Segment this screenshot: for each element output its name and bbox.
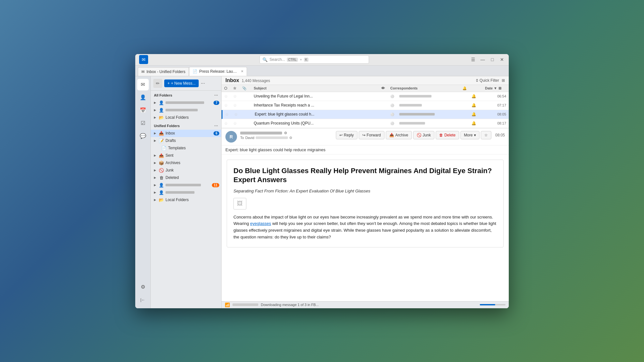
- reply-button[interactable]: ↩ Reply: [336, 131, 357, 139]
- star-1[interactable]: ☆: [224, 94, 232, 99]
- activity-tasks[interactable]: ☑: [137, 117, 149, 129]
- tab-inbox[interactable]: ✉ Inbox - Unified Folders: [138, 67, 189, 76]
- tab-bar: ✉ Inbox - Unified Folders 📄 Press Releas…: [135, 66, 509, 76]
- sidebar-item-archives[interactable]: ▶ 📦 Archives: [151, 159, 221, 167]
- activity-chat[interactable]: 💬: [137, 130, 149, 142]
- sidebar-item-synced1[interactable]: ▶ 👤 11: [151, 181, 221, 189]
- star-4[interactable]: ☆: [224, 121, 232, 126]
- expand-icon-inbox: ▶: [154, 132, 157, 135]
- col-subject-header[interactable]: Subject: [251, 86, 380, 90]
- col-icon-header: 🔔: [462, 86, 470, 90]
- subject-4: Quantum Processing Units (QPU...: [251, 121, 389, 125]
- email-reader-header: R ⚙ To David ⚙: [222, 128, 509, 145]
- expand-details-icon[interactable]: ⚙: [284, 131, 287, 135]
- delete-button[interactable]: 🗑 Delete: [436, 131, 459, 139]
- close-button[interactable]: ✕: [499, 57, 505, 62]
- email-body[interactable]: Do Blue Light Glasses Really Help Preven…: [222, 154, 509, 301]
- email-list: ☆ ☆ Unveiling the Future of Legal Inn...…: [222, 92, 509, 128]
- sidebar-item-local-folders-top[interactable]: ▶ 📂 Local Folders: [151, 114, 221, 121]
- app-icon: ✉: [139, 55, 148, 64]
- starred-3[interactable]: ☆: [234, 112, 242, 117]
- local-folders-icon-top: 📂: [158, 115, 164, 120]
- deleted-icon: 🗑: [158, 175, 164, 180]
- date-1: 06:54: [480, 94, 506, 98]
- activity-mail[interactable]: ✉: [137, 79, 149, 90]
- email-reader: R ⚙ To David ⚙: [222, 128, 509, 301]
- expand-icon-synced2: ▶: [154, 191, 157, 194]
- search-shortcut-plus: +: [300, 58, 302, 61]
- minimize-button[interactable]: —: [480, 57, 486, 62]
- menu-button[interactable]: ☰: [470, 57, 476, 62]
- starred-2[interactable]: ☆: [233, 103, 241, 108]
- col-correspondent-header[interactable]: Correspondents: [390, 86, 461, 90]
- star-3[interactable]: ☆: [225, 112, 233, 117]
- starred-1[interactable]: ☆: [233, 94, 241, 99]
- grid-view-button[interactable]: ⊞: [502, 78, 505, 83]
- sidebar-item-deleted[interactable]: ▶ 🗑 Deleted: [151, 174, 221, 181]
- col-sort-star[interactable]: ☆: [233, 86, 241, 90]
- mail-icon: ✉: [141, 81, 145, 88]
- sidebar-toolbar: ✏ + + New Mess... ···: [151, 76, 221, 91]
- email-row-3[interactable]: ☆ ☆ Expert: blue light glasses could h..…: [222, 110, 509, 119]
- tab-close-button[interactable]: ✕: [241, 70, 243, 73]
- col-opts-header[interactable]: ⊞: [498, 86, 506, 90]
- synced2-icon: 👤: [158, 190, 164, 195]
- star-2[interactable]: ☆: [224, 103, 232, 108]
- email-row-4[interactable]: ☆ ☆ Quantum Processing Units (QPU... ⚪ 🔔…: [222, 119, 509, 128]
- activity-collapse[interactable]: |←: [137, 294, 149, 306]
- subject-1: Unveiling the Future of Legal Inn...: [251, 94, 389, 98]
- maximize-button[interactable]: □: [489, 57, 495, 62]
- signal-icon: 📶: [225, 302, 230, 307]
- plus-icon: +: [167, 81, 170, 86]
- junk-button[interactable]: 🚫 Junk: [413, 131, 434, 139]
- col-sort-thread[interactable]: ⬡: [224, 86, 232, 90]
- email-body-subtitle: Separating Fact From Fiction: An Expert …: [233, 189, 497, 193]
- activity-contacts[interactable]: 👤: [137, 92, 149, 103]
- quick-filter-button[interactable]: ⧮ Quick Filter: [476, 78, 499, 83]
- sidebar-item-account2[interactable]: ▶ 👤: [151, 107, 221, 114]
- templates-label: Templates: [168, 146, 219, 150]
- star-email-button[interactable]: ☆: [481, 131, 491, 139]
- sidebar-item-drafts[interactable]: ▶ 📝 Drafts: [151, 137, 221, 144]
- sidebar-item-templates[interactable]: 📄 Templates: [151, 144, 221, 152]
- col-sort-attach[interactable]: 📎: [242, 86, 250, 90]
- more-button[interactable]: More ▾: [460, 131, 479, 139]
- activity-settings[interactable]: ⚙: [137, 281, 149, 293]
- unified-folders-more[interactable]: ···: [214, 123, 218, 128]
- email-body-link[interactable]: eyeglasses: [250, 221, 271, 226]
- archive-button[interactable]: 📥 Archive: [386, 131, 412, 139]
- email-row-1[interactable]: ☆ ☆ Unveiling the Future of Legal Inn...…: [222, 92, 509, 101]
- junk-label: Junk: [166, 168, 219, 172]
- tab-email[interactable]: 📄 Press Release: Launch of new AI-po ✕: [189, 67, 247, 76]
- activity-calendar[interactable]: 📅: [137, 105, 149, 116]
- starred-4[interactable]: ☆: [233, 121, 241, 126]
- sidebar-item-junk[interactable]: ▶ 🚫 Junk: [151, 167, 221, 174]
- archive-icon: 📥: [389, 133, 394, 137]
- inbox-title-area: Inbox 1,440 Messages: [225, 78, 270, 83]
- forward-icon: ↪: [362, 133, 365, 137]
- status-progress-fill: [480, 304, 495, 305]
- sort-down-icon: ▼: [494, 86, 497, 90]
- unified-folders-label: Unified Folders: [154, 124, 180, 128]
- all-folders-more[interactable]: ···: [214, 93, 218, 98]
- sidebar-item-synced2[interactable]: ▶ 👤: [151, 189, 221, 196]
- col-date-header[interactable]: Date ▼: [471, 86, 497, 90]
- sidebar-item-sent[interactable]: ▶ 📤 Sent: [151, 152, 221, 159]
- sender-avatar: R: [225, 131, 237, 143]
- sidebar-item-inbox[interactable]: ▶ 📥 Inbox 6: [151, 130, 221, 137]
- collapse-icon: |←: [140, 298, 145, 302]
- sidebar-item-local-folders-bottom[interactable]: ▶ 📂 Local Folders: [151, 196, 221, 204]
- search-box[interactable]: 🔍 Search... CTRL + K: [260, 55, 369, 64]
- main-layout: ✉ 👤 📅 ☑ 💬 ⚙ |← ✏: [135, 76, 509, 308]
- correspondent-1: [399, 94, 470, 98]
- email-icon-2: 🔔: [471, 103, 479, 107]
- new-message-button[interactable]: + + New Mess...: [164, 79, 199, 87]
- sidebar-item-account1[interactable]: ▶ 👤 7: [151, 99, 221, 107]
- expand-to-icon[interactable]: ⚙: [289, 136, 292, 140]
- account1-label: [166, 100, 212, 105]
- forward-button[interactable]: ↪ Forward: [359, 131, 384, 139]
- email-row-2[interactable]: ☆ ☆ Inheritance Tax Receipts reach a ...…: [222, 101, 509, 110]
- subject-3: Expert: blue light glasses could h...: [252, 112, 389, 116]
- sidebar-more-button[interactable]: ···: [201, 80, 205, 86]
- expand-icon-sent: ▶: [154, 154, 157, 157]
